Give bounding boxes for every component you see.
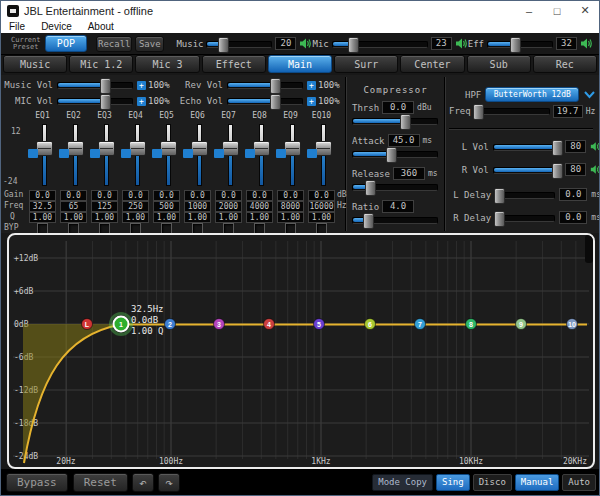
eq-band-slider-handle[interactable] [160,141,177,156]
tab[interactable]: Center [400,55,464,73]
plus-icon[interactable] [137,81,146,90]
eq-band-slider-handle[interactable] [222,141,239,156]
preset-value-button[interactable]: POP [45,35,88,52]
eq-peak-button[interactable] [28,149,38,158]
eq-peak-button[interactable] [214,149,224,158]
eq-gain-value[interactable]: 0.0 [246,190,273,201]
tab[interactable]: Effect [202,55,266,73]
output-delay-value[interactable]: 0.0 [559,188,587,201]
eq-q-value[interactable]: 1.00 [184,212,211,223]
tab[interactable]: Mic 3 [135,55,199,73]
tab[interactable]: Surr [334,55,398,73]
eq-band-slider-handle[interactable] [67,141,84,156]
eq-q-value[interactable]: 1.00 [277,212,304,223]
eq-q-value[interactable]: 1.00 [153,212,180,223]
slider-handle[interactable] [100,78,111,94]
volume-slider[interactable] [57,78,133,92]
output-volume-slider[interactable] [493,140,561,154]
output-delay-slider[interactable] [495,211,555,225]
speaker-icon[interactable] [590,141,600,152]
eq-gain-value[interactable]: 0.0 [91,190,118,201]
eq-peak-button[interactable] [183,149,193,158]
slider-handle[interactable] [510,37,521,53]
eq-gain-value[interactable]: 0.0 [122,190,149,201]
plus-icon[interactable] [307,81,316,90]
output-delay-value[interactable]: 0.0 [559,211,587,224]
plus-icon[interactable] [307,97,316,106]
eq-band-slider-handle[interactable] [129,141,146,156]
eq-point-L[interactable]: L [82,319,93,330]
eq-point-2[interactable]: 2 [165,319,176,330]
tab[interactable]: Sub [467,55,531,73]
slider-handle[interactable] [270,78,281,94]
undo-icon[interactable]: ↶ [132,473,154,492]
speaker-icon[interactable] [299,38,312,49]
minimize-button[interactable]: – [515,1,543,20]
recall-button[interactable]: Recall [96,36,132,52]
eq-freq-value[interactable]: 500 [153,201,180,212]
slider-handle[interactable] [348,37,359,53]
mode-button[interactable]: Mode Copy [372,474,433,491]
eq-gain-value[interactable]: 0.0 [29,190,56,201]
eq-band-slider-handle[interactable] [284,141,301,156]
slider-handle[interactable] [494,188,505,204]
eq-q-value[interactable]: 1.00 [308,212,335,223]
bypass-button[interactable]: Bypass [6,473,68,492]
param-slider[interactable] [352,180,438,194]
hpf-freq-value[interactable]: 19.7 [553,105,583,118]
param-slider[interactable] [352,147,438,161]
eq-point-4[interactable]: 4 [264,319,275,330]
volume-slider[interactable] [227,94,303,108]
tab[interactable]: Mic 1.2 [69,55,133,73]
param-slider[interactable] [352,114,438,128]
eq-freq-value[interactable]: 4000 [246,201,273,212]
tab[interactable]: Main [268,55,332,73]
eq-freq-value[interactable]: 16000 [308,201,335,212]
param-slider[interactable] [352,213,438,227]
eq-peak-button[interactable] [152,149,162,158]
slider-handle[interactable] [100,94,111,110]
slider-handle[interactable] [363,213,374,229]
menu-item[interactable]: Device [33,21,80,32]
eq-gain-value[interactable]: 0.0 [184,190,211,201]
save-button[interactable]: Save [135,36,164,52]
slider-handle[interactable] [552,140,563,156]
graph-scrollbar-thumb[interactable] [585,235,593,263]
eq-band-slider-handle[interactable] [36,141,53,156]
eq-q-value[interactable]: 1.00 [215,212,242,223]
eq-response-graph[interactable]: +12dB+6dB0dB-6dB-12dB-18dB-24dB20Hz100Hz… [7,233,595,469]
menu-item[interactable]: About [80,21,122,32]
eq-q-value[interactable]: 1.00 [60,212,87,223]
eq-point-6[interactable]: 6 [365,319,376,330]
slider-handle[interactable] [365,180,376,196]
master-slider[interactable] [206,37,272,51]
eq-freq-value[interactable]: 1000 [184,201,211,212]
eq-band-slider-handle[interactable] [191,141,208,156]
tab[interactable]: Music [3,55,67,73]
slider-handle[interactable] [386,147,397,163]
eq-point-8[interactable]: 8 [466,319,477,330]
eq-gain-value[interactable]: 0.0 [215,190,242,201]
eq-peak-button[interactable] [307,149,317,158]
eq-point-5[interactable]: 5 [314,319,325,330]
close-button[interactable]: ✕ [571,1,599,20]
eq-peak-button[interactable] [59,149,69,158]
mode-button[interactable]: Disco [473,474,512,491]
mode-button[interactable]: Auto [562,474,596,491]
eq-peak-button[interactable] [245,149,255,158]
chevron-down-icon[interactable] [584,91,595,99]
eq-freq-value[interactable]: 250 [122,201,149,212]
plus-icon[interactable] [137,97,146,106]
menu-item[interactable]: File [1,21,33,32]
eq-q-value[interactable]: 1.00 [122,212,149,223]
param-value[interactable]: 0.0 [382,101,414,114]
eq-freq-value[interactable]: 65 [60,201,87,212]
hpf-filter-dropdown[interactable]: ButterWorth 12dB [485,87,579,102]
tab[interactable]: Rec [533,55,597,73]
eq-peak-button[interactable] [276,149,286,158]
eq-point-3[interactable]: 3 [214,319,225,330]
eq-freq-value[interactable]: 32.5 [29,201,56,212]
output-volume-slider[interactable] [493,163,561,177]
eq-band-slider-handle[interactable] [253,141,270,156]
eq-gain-value[interactable]: 0.0 [308,190,335,201]
